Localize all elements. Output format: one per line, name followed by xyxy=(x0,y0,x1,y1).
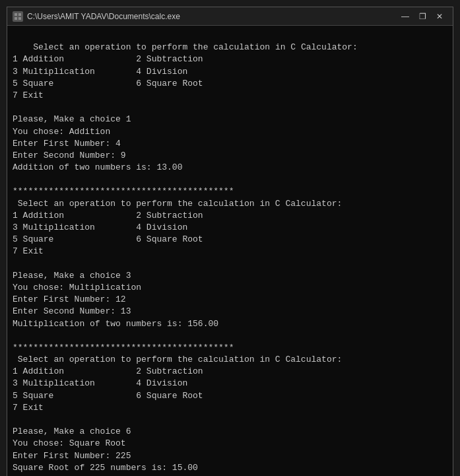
svg-rect-3 xyxy=(18,17,21,20)
svg-rect-2 xyxy=(15,17,17,20)
window-title: C:\Users\AMIT YADAV\Documents\calc.exe xyxy=(27,12,180,21)
title-bar: C:\Users\AMIT YADAV\Documents\calc.exe —… xyxy=(7,7,453,26)
console-text: Select an operation to perform the calcu… xyxy=(13,42,358,476)
console-output: Select an operation to perform the calcu… xyxy=(7,26,453,476)
minimize-button[interactable]: — xyxy=(397,10,413,23)
title-bar-left: C:\Users\AMIT YADAV\Documents\calc.exe xyxy=(13,11,180,22)
window-controls: — ❐ ✕ xyxy=(397,10,447,23)
svg-rect-1 xyxy=(18,13,21,16)
app-icon xyxy=(13,11,23,22)
close-button[interactable]: ✕ xyxy=(432,10,447,23)
window: C:\Users\AMIT YADAV\Documents\calc.exe —… xyxy=(7,7,453,476)
svg-rect-0 xyxy=(15,13,17,16)
maximize-button[interactable]: ❐ xyxy=(414,10,430,23)
